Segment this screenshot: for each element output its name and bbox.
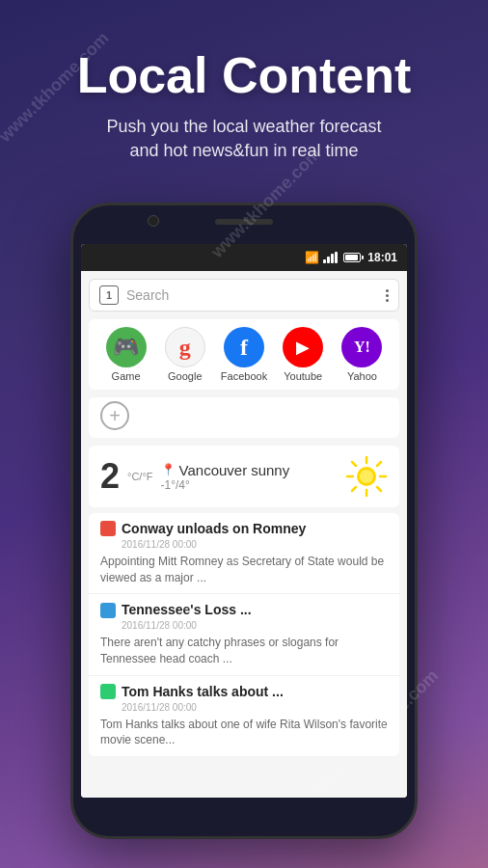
- status-time: 18:01: [367, 251, 397, 264]
- browser-content: 1 Search 🎮 Game: [81, 271, 407, 798]
- search-bar[interactable]: 1 Search: [89, 279, 399, 312]
- app-icon-facebook[interactable]: f Facebook: [218, 327, 269, 382]
- menu-button[interactable]: [386, 289, 389, 302]
- app-icon-youtube[interactable]: ▶ Youtube: [278, 327, 329, 382]
- weather-info: 📍 Vancouver sunny -1°/4°: [161, 462, 338, 492]
- weather-temp: 2: [100, 456, 120, 497]
- phone-mockup: 📶 18:01 1 Search: [70, 203, 418, 839]
- add-button-row: +: [89, 397, 399, 438]
- page-subtitle: Push you the local weather forecastand h…: [19, 115, 469, 163]
- location-pin-icon: 📍: [161, 463, 176, 476]
- news-icon-red: [100, 521, 116, 536]
- phone-camera: [148, 215, 159, 227]
- battery-icon: [343, 253, 361, 262]
- svg-point-9: [360, 470, 373, 483]
- weather-minmax: -1°/4°: [161, 478, 338, 492]
- news-date: 2016/11/28 00:00: [122, 539, 388, 550]
- news-list: Conway unloads on Romney 2016/11/28 00:0…: [89, 513, 399, 756]
- app-label-yahoo: Yahoo: [347, 370, 377, 382]
- weather-city: Vancouver: [179, 462, 248, 478]
- battery-fill: [345, 255, 358, 260]
- app-icon-yahoo[interactable]: Y! Yahoo: [337, 327, 388, 382]
- signal-icon: [323, 252, 338, 263]
- news-item[interactable]: Tennessee's Loss ... 2016/11/28 00:00 Th…: [89, 594, 399, 675]
- news-date: 2016/11/28 00:00: [122, 702, 388, 713]
- svg-line-4: [352, 462, 356, 466]
- news-title: Tennessee's Loss ...: [122, 602, 252, 618]
- news-excerpt: There aren't any catchy phrases or sloga…: [100, 635, 388, 667]
- app-icon-game[interactable]: 🎮 Game: [100, 327, 151, 382]
- weather-widget: 2 °C/°F 📍 Vancouver sunny -1°/4°: [89, 446, 399, 507]
- app-label-game: Game: [112, 370, 141, 382]
- news-icon-green: [100, 684, 116, 699]
- news-date: 2016/11/28 00:00: [122, 620, 388, 631]
- tab-count[interactable]: 1: [99, 285, 119, 305]
- sun-icon: [345, 455, 388, 498]
- page-title: Local Content: [19, 48, 469, 103]
- news-title: Conway unloads on Romney: [122, 521, 306, 537]
- news-excerpt: Appointing Mitt Romney as Secretary of S…: [100, 554, 388, 586]
- wifi-icon: 📶: [305, 251, 319, 264]
- news-item[interactable]: Tom Hanks talks about ... 2016/11/28 00:…: [89, 676, 399, 756]
- app-icon-google[interactable]: g Google: [159, 327, 210, 382]
- svg-line-5: [377, 487, 381, 491]
- phone-outer: 📶 18:01 1 Search: [70, 203, 418, 839]
- app-label-youtube: Youtube: [284, 370, 322, 382]
- status-bar: 📶 18:01: [81, 244, 407, 271]
- news-item[interactable]: Conway unloads on Romney 2016/11/28 00:0…: [89, 513, 399, 594]
- phone-speaker: [215, 219, 273, 225]
- weather-unit: °C/°F: [127, 471, 153, 482]
- add-shortcut-button[interactable]: +: [100, 401, 129, 430]
- news-title: Tom Hanks talks about ...: [122, 684, 284, 700]
- weather-condition: sunny: [251, 462, 289, 478]
- app-label-facebook: Facebook: [221, 370, 267, 382]
- phone-screen: 📶 18:01 1 Search: [81, 244, 407, 798]
- svg-line-6: [377, 462, 381, 466]
- search-input[interactable]: Search: [126, 287, 378, 303]
- app-label-google: Google: [168, 370, 202, 382]
- app-icons-row: 🎮 Game g Google f: [89, 319, 399, 390]
- news-excerpt: Tom Hanks talks about one of wife Rita W…: [100, 717, 388, 749]
- svg-line-7: [352, 487, 356, 491]
- news-icon-blue: [100, 603, 116, 618]
- header-section: Local Content Push you the local weather…: [0, 29, 488, 183]
